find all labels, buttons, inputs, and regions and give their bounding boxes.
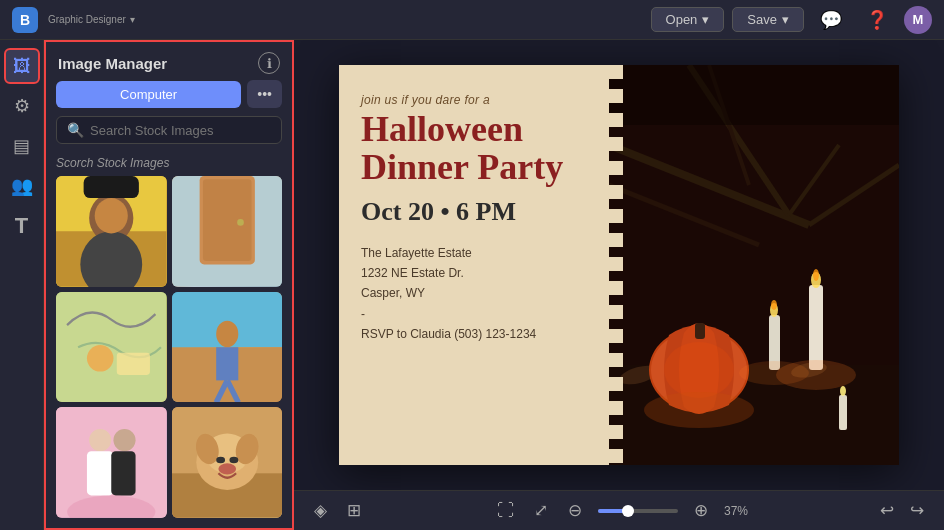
- main-area: 🖼 ⚙ ▤ 👥 T Image Manager ℹ Computer ••• 🔍…: [0, 40, 944, 530]
- expand-icon[interactable]: ⛶: [493, 499, 518, 523]
- list-item[interactable]: [172, 176, 283, 287]
- invitation-subtitle: join us if you dare for a: [361, 93, 587, 107]
- list-item[interactable]: [172, 292, 283, 403]
- panel-header: Image Manager ℹ: [46, 42, 292, 80]
- filters-icon[interactable]: ⚙: [4, 88, 40, 124]
- svg-point-52: [813, 269, 819, 281]
- invitation-card: join us if you dare for a Halloween Dinn…: [339, 65, 899, 465]
- bottom-left-icons: ◈ ⊞: [310, 498, 365, 523]
- zoom-percent: 37%: [724, 504, 748, 518]
- panel-title: Image Manager: [58, 55, 167, 72]
- svg-point-34: [218, 463, 236, 474]
- more-tab[interactable]: •••: [247, 80, 282, 108]
- svg-point-12: [87, 345, 114, 372]
- app-name: Graphic Designer: [48, 14, 126, 25]
- svg-point-21: [89, 429, 111, 451]
- undo-icon[interactable]: ↩: [876, 498, 898, 523]
- layers-bottom-icon[interactable]: ◈: [310, 498, 331, 523]
- topbar-actions: Open ▾ Save ▾ 💬 ❓ M: [651, 5, 932, 35]
- svg-point-22: [113, 429, 135, 451]
- user-avatar[interactable]: M: [904, 6, 932, 34]
- halloween-photo: [609, 65, 899, 465]
- invitation-date: Oct 20 • 6 PM: [361, 197, 587, 227]
- zoom-slider[interactable]: [598, 509, 678, 513]
- svg-rect-61: [609, 65, 899, 125]
- images-icon[interactable]: 🖼: [4, 48, 40, 84]
- people-icon[interactable]: 👥: [4, 168, 40, 204]
- bottom-center-controls: ⛶ ⤢ ⊖ ⊕ 37%: [493, 498, 748, 523]
- open-button[interactable]: Open ▾: [651, 7, 725, 32]
- svg-rect-24: [111, 451, 135, 495]
- svg-rect-56: [839, 395, 847, 430]
- image-grid: [46, 176, 292, 518]
- zoom-in-icon[interactable]: ⊕: [690, 498, 712, 523]
- icon-bar: 🖼 ⚙ ▤ 👥 T: [0, 40, 44, 530]
- list-item[interactable]: [56, 407, 167, 518]
- svg-rect-5: [84, 176, 139, 198]
- panel-tabs: Computer •••: [46, 80, 292, 116]
- svg-point-55: [771, 300, 777, 310]
- help-icon[interactable]: ❓: [858, 5, 896, 35]
- list-item[interactable]: [172, 407, 283, 518]
- zoom-out-icon[interactable]: ⊖: [564, 498, 586, 523]
- list-item[interactable]: [56, 176, 167, 287]
- redo-icon[interactable]: ↪: [906, 498, 928, 523]
- info-button[interactable]: ℹ: [258, 52, 280, 74]
- app-name-section: Graphic Designer ▾: [48, 14, 135, 25]
- topbar: B Graphic Designer ▾ Open ▾ Save ▾ 💬 ❓ M: [0, 0, 944, 40]
- bottom-bar: ◈ ⊞ ⛶ ⤢ ⊖ ⊕ 37% ↩ ↪: [294, 490, 944, 530]
- svg-point-60: [644, 392, 754, 428]
- svg-rect-48: [695, 323, 705, 339]
- invitation-left: join us if you dare for a Halloween Dinn…: [339, 65, 609, 465]
- list-item[interactable]: [56, 292, 167, 403]
- app-logo[interactable]: B: [12, 7, 38, 33]
- canvas-area: join us if you dare for a Halloween Dinn…: [294, 40, 944, 530]
- svg-rect-13: [117, 352, 150, 374]
- search-bar[interactable]: 🔍: [56, 116, 282, 144]
- app-name-chevron[interactable]: ▾: [130, 14, 135, 25]
- svg-point-32: [216, 457, 225, 464]
- fit-icon[interactable]: ⤢: [530, 498, 552, 523]
- svg-point-57: [840, 386, 846, 396]
- chat-icon[interactable]: 💬: [812, 5, 850, 35]
- image-manager-panel: Image Manager ℹ Computer ••• 🔍 Scorch St…: [44, 40, 294, 530]
- invitation-right: [609, 65, 899, 465]
- zoom-bar[interactable]: [598, 509, 678, 513]
- text-icon[interactable]: T: [4, 208, 40, 244]
- svg-point-16: [216, 320, 238, 347]
- save-button[interactable]: Save ▾: [732, 7, 804, 32]
- search-input[interactable]: [90, 123, 271, 138]
- grid-icon[interactable]: ⊞: [343, 498, 365, 523]
- svg-rect-50: [809, 285, 823, 370]
- svg-rect-10: [172, 176, 283, 287]
- stock-images-label: Scorch Stock Images: [46, 154, 292, 176]
- svg-rect-23: [87, 451, 114, 495]
- svg-point-59: [739, 361, 809, 385]
- computer-tab[interactable]: Computer: [56, 81, 241, 108]
- layers-icon[interactable]: ▤: [4, 128, 40, 164]
- search-icon: 🔍: [67, 122, 84, 138]
- svg-point-4: [95, 198, 128, 233]
- svg-point-33: [229, 457, 238, 464]
- invitation-title: Halloween Dinner Party: [361, 111, 587, 187]
- canvas-workspace[interactable]: join us if you dare for a Halloween Dinn…: [294, 40, 944, 490]
- invitation-address: The Lafayette Estate 1232 NE Estate Dr. …: [361, 243, 587, 345]
- svg-point-49: [664, 342, 734, 398]
- svg-rect-17: [216, 347, 238, 380]
- bottom-right-controls: ↩ ↪: [876, 498, 928, 523]
